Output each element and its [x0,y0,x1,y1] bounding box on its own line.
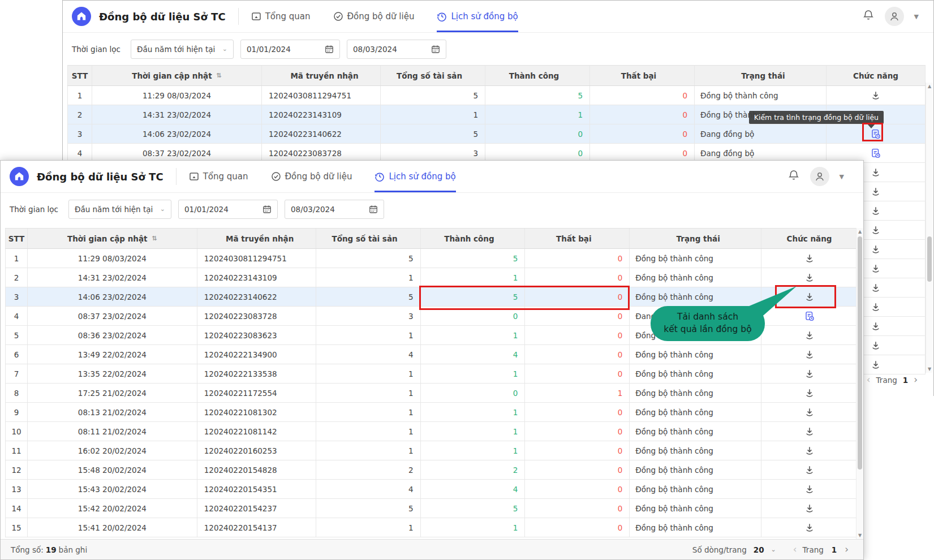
tab-data-sync[interactable]: Đồng bộ dữ liệu [271,161,352,192]
column-header-3: Tổng số tài sản [381,66,485,85]
download-icon[interactable] [869,358,883,372]
download-icon[interactable] [869,320,883,333]
download-icon[interactable] [803,386,816,400]
download-icon[interactable] [869,262,883,275]
cell-total-assets: 1 [316,326,421,344]
download-icon[interactable] [803,348,816,361]
download-icon[interactable] [803,252,816,265]
notification-bell-icon[interactable] [787,169,800,184]
scrollbar-thumb[interactable] [858,236,862,469]
download-icon[interactable] [803,521,816,535]
page-next-icon[interactable]: › [845,545,849,554]
date-to-input[interactable]: 08/03/2024 [347,40,446,59]
cell-update-time: 14:06 23/02/2024 [28,287,197,306]
cell-update-time: 08:11 21/02/2024 [28,422,197,441]
download-icon[interactable] [869,339,883,352]
table-row[interactable]: 111:29 08/03/202412024030811294751550Đồn… [67,86,926,105]
table-row[interactable]: 1315:43 20/02/2024120240220154351440Đồng… [5,480,858,499]
download-icon[interactable] [803,367,816,381]
user-avatar[interactable] [885,7,904,26]
download-icon[interactable] [803,425,816,438]
cell-update-time: 08:37 23/02/2024 [28,307,197,325]
date-preset-select[interactable]: Đầu năm tới hiện tại⌄ [131,40,234,59]
tab-overview[interactable]: Tổng quan [251,1,311,32]
cell-success: 0 [421,384,526,402]
download-icon[interactable] [869,281,883,295]
table-row[interactable]: 713:35 22/02/2024120240222133538110Đồng … [5,364,858,384]
column-header-1[interactable]: Thời gian cập nhật⇅ [28,229,197,248]
tab-sync-history[interactable]: Lịch sử đồng bộ [437,1,518,32]
table-row[interactable]: 1515:41 20/02/2024120240220154137110Đồng… [5,518,858,537]
download-icon[interactable] [869,223,883,237]
column-header-1[interactable]: Thời gian cập nhật⇅ [92,66,262,85]
date-from-input[interactable]: 01/01/2024 [178,200,278,219]
table-row[interactable]: 1215:48 20/02/2024120240220154828220Đồng… [5,460,858,480]
user-menu-caret-icon[interactable]: ▼ [914,13,919,20]
cell-stt: 3 [5,287,28,306]
sort-icon[interactable]: ⇅ [152,235,157,242]
scroll-down-icon[interactable]: ▼ [926,365,933,373]
table-row[interactable]: 613:49 22/02/2024120240222134900440Đồng … [5,345,858,364]
app-header: Đồng bộ dữ liệu Sở TC Tổng quan Đồng bộ … [1,161,863,193]
date-preset-select[interactable]: Đầu năm tới hiện tại⌄ [68,200,171,219]
page-prev-icon[interactable]: ‹ [793,545,797,554]
cell-fail: 0 [525,480,630,498]
table-row[interactable]: 111:29 08/03/202412024030811294751550Đồn… [5,249,858,268]
download-icon[interactable] [803,329,816,342]
download-icon[interactable] [869,204,883,218]
cell-update-time: 15:42 20/02/2024 [28,499,197,518]
download-icon[interactable] [869,300,883,314]
table-scrollbar-background[interactable]: ▲ ▼ [926,83,933,373]
tab-data-sync[interactable]: Đồng bộ dữ liệu [333,1,415,32]
date-from-input[interactable]: 01/01/2024 [240,40,340,59]
table-row[interactable]: 908:13 21/02/2024120240221081302110Đồng … [5,403,858,422]
table-row[interactable]: 817:25 21/02/2024120240221172554101Đồng … [5,384,858,403]
download-icon[interactable] [869,166,883,179]
cell-total-assets: 4 [316,480,421,498]
download-icon[interactable] [803,406,816,419]
tab-sync-history[interactable]: Lịch sử đồng bộ [375,161,455,192]
download-icon[interactable] [803,271,816,285]
table-row[interactable]: 214:31 23/02/2024120240223143109110Đồng … [5,268,858,287]
date-to-input[interactable]: 08/03/2024 [285,200,384,219]
cell-transfer-code: 120240223083623 [197,326,316,344]
pagination-background: ‹ Trang 1 › [867,375,918,385]
download-icon[interactable] [803,483,816,496]
notification-bell-icon[interactable] [862,9,875,24]
cell-fail: 0 [525,422,630,441]
download-icon[interactable] [803,502,816,515]
page-next-icon[interactable]: › [914,375,918,385]
cell-total-assets: 4 [316,345,421,364]
cell-stt: 2 [5,268,28,287]
column-header-0: STT [5,229,28,248]
user-menu-caret-icon[interactable]: ▼ [840,173,844,180]
table-row[interactable]: 1116:02 20/02/2024120240220160253110Đồng… [5,441,858,460]
download-icon[interactable] [869,243,883,256]
download-icon[interactable] [869,185,883,199]
scroll-down-icon[interactable]: ▼ [856,532,863,539]
download-icon[interactable] [803,463,816,477]
user-avatar[interactable] [810,167,829,186]
column-header-6: Trạng thái [630,229,761,248]
sync-status-check-icon[interactable] [869,147,883,160]
page-prev-icon[interactable]: ‹ [867,375,871,385]
cell-total-assets: 1 [316,518,421,537]
table-row[interactable]: 1415:42 20/02/2024120240220154237550Đồng… [5,499,858,518]
cell-action [761,345,858,364]
sort-icon[interactable]: ⇅ [217,72,222,79]
scroll-up-icon[interactable]: ▲ [926,83,933,90]
cell-success: 1 [421,326,526,344]
download-icon[interactable] [869,89,883,102]
scroll-up-icon[interactable]: ▲ [856,228,863,235]
app-header: Đồng bộ dữ liệu Sở TC Tổng quan Đồng bộ … [63,1,933,33]
table-scrollbar[interactable]: ▲ ▼ [856,228,863,539]
table-row[interactable]: 1008:11 21/02/2024120240221081142110Đồng… [5,422,858,441]
page-size-value[interactable]: 20 [754,545,764,554]
table-row[interactable]: 314:06 23/02/2024120240223140622500Đang … [67,124,926,144]
download-icon[interactable] [803,444,816,458]
tab-overview[interactable]: Tổng quan [189,161,248,192]
chevron-down-icon[interactable]: ⌄ [771,546,776,553]
sync-status-check-icon[interactable] [803,309,816,323]
scrollbar-thumb[interactable] [927,236,932,282]
foreground-window: Đồng bộ dữ liệu Sở TC Tổng quan Đồng bộ … [0,160,864,560]
